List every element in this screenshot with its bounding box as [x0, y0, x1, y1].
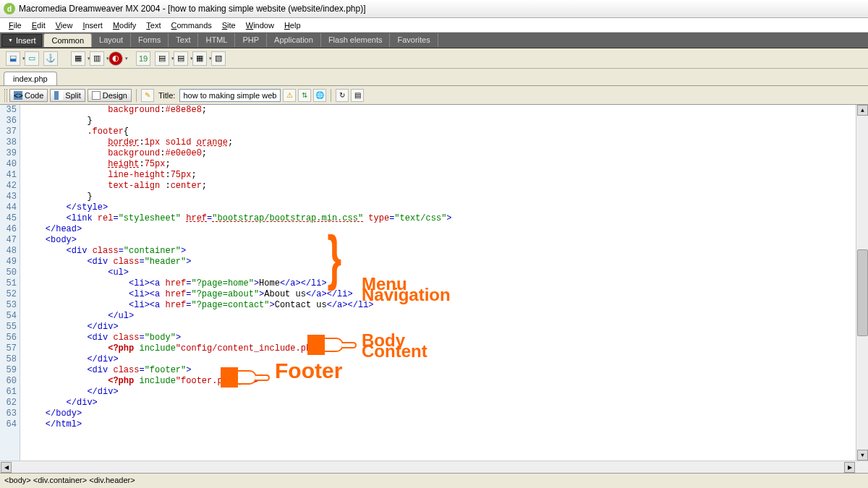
code-editor[interactable]: 3536373839404142434445464748495051525354… [0, 105, 868, 461]
hyperlink-icon[interactable]: ⬓▾ [6, 51, 20, 66]
table-icon[interactable]: ▦▾ [71, 51, 85, 66]
insert-toolbar: Insert CommonLayoutFormsTextHTMLPHPAppli… [0, 33, 868, 48]
common-icons-toolbar: ⬓▾ ▭ ⚓ ▦▾ ▥▾ ◐▾ 19 ▤▾ ▤▾ ▦▾ ▧ [0, 48, 868, 69]
document-tabs: index.php [0, 69, 868, 86]
app-icon: d [4, 3, 15, 14]
document-toolbar: <>Code Split Design ✎ Title: ⚠ ⇅ 🌐 ↻ ▤ [0, 86, 868, 105]
file-management-icon[interactable]: ⇅ [298, 89, 311, 102]
templates-icon[interactable]: ▦▾ [192, 51, 207, 66]
status-bar[interactable]: <body> <div.container> <div.header> [0, 473, 868, 486]
layer-icon[interactable]: ▥▾ [90, 51, 104, 66]
title-input[interactable] [179, 89, 281, 102]
code-content[interactable]: background:#e8e8e8; } .footer{ border:1p… [20, 105, 452, 461]
menu-bar: FileEditViewInsertModifyTextCommandsSite… [0, 18, 868, 33]
menu-file[interactable]: File [4, 20, 27, 31]
menu-insert[interactable]: Insert [77, 20, 108, 31]
insert-tab-php[interactable]: PHP [235, 33, 267, 47]
view-options-icon[interactable]: ▤ [351, 89, 364, 102]
server-side-include-icon[interactable]: ▤▾ [155, 51, 169, 66]
file-tab-index[interactable]: index.php [4, 72, 57, 85]
menu-help[interactable]: Help [279, 20, 306, 31]
insert-tab-common[interactable]: Common [43, 33, 92, 47]
insert-tab-text[interactable]: Text [169, 33, 198, 47]
window-title: Macromedia Dreamweaver MX 2004 - [how to… [19, 4, 366, 14]
insert-tab-layout[interactable]: Layout [92, 33, 131, 47]
no-browser-check-icon[interactable]: ⚠ [283, 89, 296, 102]
line-gutter: 3536373839404142434445464748495051525354… [0, 105, 20, 461]
named-anchor-icon[interactable]: ⚓ [43, 51, 58, 66]
menu-modify[interactable]: Modify [108, 20, 141, 31]
date-icon[interactable]: 19 [136, 51, 150, 66]
code-view-button[interactable]: <>Code [9, 89, 48, 102]
horizontal-scrollbar[interactable]: ◀ ▶ [0, 461, 868, 473]
comment-icon[interactable]: ▤▾ [174, 51, 188, 66]
vertical-scrollbar[interactable]: ▲ ▼ [856, 105, 868, 461]
split-view-button[interactable]: Split [50, 89, 85, 102]
preview-browser-icon[interactable]: 🌐 [313, 89, 326, 102]
flash-icon[interactable]: ◐▾ [109, 51, 123, 66]
tag-chooser-icon[interactable]: ▧ [211, 51, 226, 66]
refresh-icon[interactable]: ↻ [336, 89, 349, 102]
menu-view[interactable]: View [51, 20, 78, 31]
insert-tab-html[interactable]: HTML [198, 33, 235, 47]
insert-tab-favorites[interactable]: Favorites [390, 33, 438, 47]
insert-tab-application[interactable]: Application [267, 33, 321, 47]
insert-tab-flash-elements[interactable]: Flash elements [321, 33, 391, 47]
title-bar: d Macromedia Dreamweaver MX 2004 - [how … [0, 0, 868, 18]
design-view-button[interactable]: Design [88, 89, 132, 102]
menu-text[interactable]: Text [141, 20, 166, 31]
menu-site[interactable]: Site [217, 20, 241, 31]
menu-window[interactable]: Window [241, 20, 279, 31]
title-label: Title: [156, 91, 177, 100]
menu-commands[interactable]: Commands [166, 20, 217, 31]
insert-dropdown[interactable]: Insert [1, 34, 42, 47]
email-link-icon[interactable]: ▭ [25, 51, 39, 66]
live-data-icon[interactable]: ✎ [141, 89, 154, 102]
menu-edit[interactable]: Edit [27, 20, 51, 31]
insert-tab-forms[interactable]: Forms [131, 33, 169, 47]
